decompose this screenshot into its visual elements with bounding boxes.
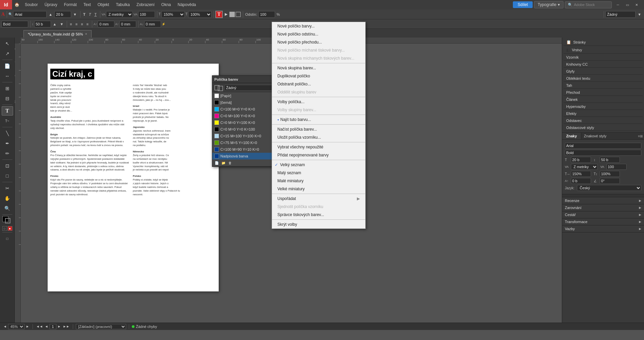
menu-okna[interactable]: Okna [158,0,174,9]
prev-page-btn[interactable]: ◄◄ [36,325,44,328]
page-number-input[interactable] [50,324,56,329]
panel-hypervazby[interactable]: Hypervazby [564,104,643,110]
recenze-panel-header[interactable]: Recenze ▶ [562,197,644,204]
znaky-expand-btn[interactable]: ⊞ [640,134,643,138]
znaky-tab[interactable]: Znaky [562,133,581,139]
font-size-input[interactable] [54,11,71,18]
odstin-input[interactable] [258,11,275,18]
color-name-field[interactable] [224,85,279,91]
pencil-tool[interactable]: ✏ [2,149,13,158]
znaky-font-family[interactable] [565,143,641,149]
stroke-box[interactable] [235,12,241,17]
znaky-tracking[interactable] [606,164,627,170]
align-justify-btn[interactable]: ≡ [85,21,90,27]
gap-tool[interactable]: ↔ [2,71,13,81]
context-menu-item-male-miniatury[interactable]: Malé miniatury [272,177,365,185]
context-menu-item-odstranit-policko[interactable]: Odstranit políčko... [272,80,365,88]
tracking-input[interactable] [138,11,155,18]
context-menu-item-vybrat-vsechny-nepouzite[interactable]: Vybrat všechny nepoužité [272,143,365,151]
znaky-scale-y[interactable] [600,171,620,177]
znaky-leading[interactable] [600,157,620,163]
hand-tool[interactable]: ✋ [2,194,13,203]
panel-glyfy[interactable]: Glyfy [564,68,643,75]
context-menu-item-velke-miniatury[interactable]: Velké miniatury [272,185,365,193]
search-box[interactable]: 🔍 Adobe Stock [565,1,612,8]
typography-button[interactable]: Typografie ▾ [534,1,564,8]
context-menu-item-usporadat[interactable]: Uspořádat▶ [272,195,365,203]
context-menu-item-najit-tuto-barvu[interactable]: ● Najít tuto barvu... [272,116,365,124]
panel-clanek[interactable]: Článek [564,96,643,103]
normal-view-btn[interactable]: □ [2,234,13,243]
stroke-color-box[interactable] [5,218,10,223]
zoom-tool[interactable]: 🔍 [2,204,13,213]
type-tool[interactable]: T [2,106,13,116]
underline-button[interactable]: T [93,11,98,18]
new-swatch-btn[interactable]: 📄 [214,160,220,165]
scissors-tool[interactable]: ✂ [2,184,13,193]
scale-y-select[interactable]: 100% [188,11,212,18]
font-size-down[interactable]: ▼ [72,11,78,18]
panel-odstavec[interactable]: Odstavec [564,118,643,124]
zoom-out-btn[interactable]: ◄ [3,325,7,328]
line-tool[interactable]: ╲ [2,129,13,138]
leading-type-select[interactable]: Z metriky [106,11,133,18]
delete-swatch-btn[interactable]: 🗑 [227,160,233,165]
vazby-panel-header[interactable]: Vazby ▶ [562,225,644,232]
context-menu-item-nove-policko-prechodu[interactable]: Nové políčko přechodu... [272,38,365,46]
menu-napoveda[interactable]: Nápověda [174,0,200,9]
color-dropdown-btn[interactable]: ▼ [636,11,643,18]
panel-efekty[interactable]: Efekty [564,111,643,117]
scale-x-select[interactable]: 150% [161,11,185,18]
expand-btn[interactable]: ▶ [223,11,229,18]
panel-stranky[interactable]: 📋 Stránky [564,39,643,46]
znaky-baseline[interactable] [571,178,591,184]
align-right-btn[interactable]: ≡ [79,21,84,27]
rectangle-frame-tool[interactable]: ⊡ [2,161,13,171]
font-family-input[interactable] [13,11,47,18]
layout-select[interactable]: [Základní] (pracovní) [76,324,126,329]
context-menu-item-nove-policko-odstinu[interactable]: Nové políčko odstínu... [272,30,365,38]
context-menu-item-spravce-tiskovych-barev[interactable]: Správce tiskových barev... [272,211,365,219]
rectangle-tool[interactable]: □ [2,171,13,181]
document-tab[interactable]: *Úpravy_textu_finale.indd @ 56% × [23,30,92,38]
menu-zobrazeni[interactable]: Zobrazení [133,0,158,9]
panel-vzornik[interactable]: Vzorník [564,54,643,61]
znakove-styly-tab[interactable]: Znakové styly [581,133,609,139]
home-icon[interactable]: 🏠 [12,0,21,9]
menu-upravy[interactable]: Úpravy [41,0,61,9]
znaky-scale-type[interactable]: Z metriky [571,164,598,170]
zoom-in-btn[interactable]: ► [25,325,30,328]
share-button[interactable]: Sdílet [513,1,533,8]
preview-mode-btn[interactable]: ■ [8,226,12,231]
next-page-btn[interactable]: ►► [62,325,70,328]
panel-knihovny[interactable]: Knihovny CC [564,61,643,68]
font-style-input[interactable] [1,21,28,27]
kern-input[interactable] [119,21,136,27]
content-collector[interactable]: ⊞ [2,84,13,93]
context-menu-item-nova-skupina-barev[interactable]: Nová skupina barev... [272,64,365,72]
context-menu-item-skryt-volby[interactable]: Skrýt volby [272,220,365,228]
menu-soubor[interactable]: Soubor [21,0,41,9]
color-name-input[interactable] [605,11,636,18]
context-menu-item-velky-seznam[interactable]: Velký seznam [272,161,365,169]
transformace-panel-header[interactable]: Transformace ▶ [562,218,644,225]
context-menu-item-pridat-nepojmenovane-barvy[interactable]: Přidat nepojmenované barvy [272,151,365,159]
context-menu-item-duplikovat-policko[interactable]: Duplikovat políčko [272,72,365,80]
context-menu-item-volby-policka[interactable]: Volby políčka... [272,98,365,106]
baseline-input[interactable] [98,21,114,27]
page-tool[interactable]: 📄 [2,61,13,71]
select-tool[interactable]: ↖ [2,39,13,48]
menu-objekt[interactable]: Objekt [94,0,113,9]
panel-prechod[interactable]: Přechod [564,89,643,96]
type-on-path-tool[interactable]: T~ [2,116,13,126]
leading-up[interactable]: ▲ [52,21,58,27]
tab-close-button[interactable]: × [85,32,87,36]
align-center-btn[interactable]: ≡ [74,21,79,27]
panel-tah[interactable]: Tah [564,82,643,89]
context-menu-item-nove-policko-barvy[interactable]: Nové políčko barvy... [272,22,365,30]
znaky-language[interactable]: Český [577,185,641,191]
zoom-select[interactable]: 45% [8,324,24,329]
prev-btn[interactable]: ◄ [44,325,49,328]
menu-text[interactable]: Text [80,0,94,9]
panel-odstavcove-styly[interactable]: Odstavcové styly [564,125,643,131]
